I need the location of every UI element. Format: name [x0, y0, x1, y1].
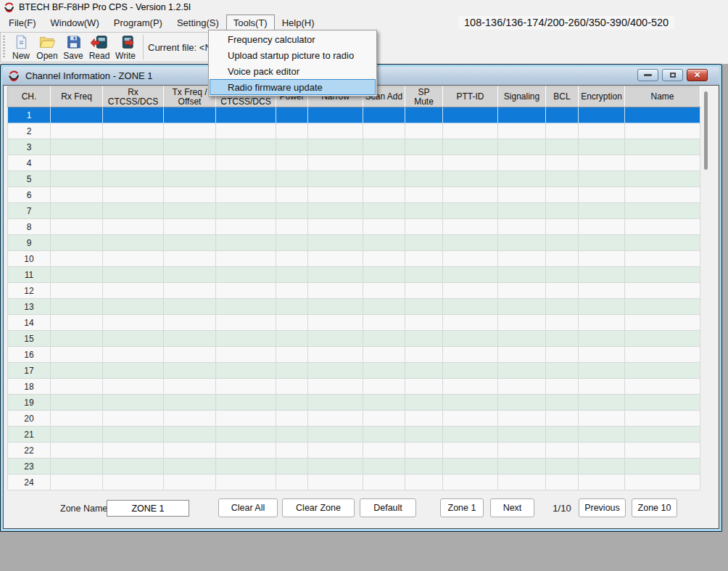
- channel-cell[interactable]: [308, 171, 363, 187]
- channel-cell[interactable]: [164, 315, 216, 331]
- channel-number-cell[interactable]: 20: [8, 411, 51, 427]
- channel-cell[interactable]: [103, 267, 164, 283]
- channel-cell[interactable]: [579, 107, 625, 123]
- channel-cell[interactable]: [51, 427, 103, 443]
- channel-cell[interactable]: [216, 395, 276, 411]
- channel-cell[interactable]: [363, 219, 405, 235]
- channel-cell[interactable]: [405, 299, 443, 315]
- channel-cell[interactable]: [498, 283, 546, 299]
- channel-cell[interactable]: [579, 443, 625, 459]
- channel-cell[interactable]: [276, 459, 308, 475]
- channel-cell[interactable]: [363, 187, 405, 203]
- channel-cell[interactable]: [363, 235, 405, 251]
- next-zone-button[interactable]: Next: [490, 498, 534, 517]
- channel-cell[interactable]: [276, 267, 308, 283]
- channel-cell[interactable]: [308, 283, 363, 299]
- channel-cell[interactable]: [625, 187, 700, 203]
- channel-cell[interactable]: [579, 283, 625, 299]
- channel-cell[interactable]: [51, 123, 103, 139]
- channel-cell[interactable]: [498, 155, 546, 171]
- channel-cell[interactable]: [51, 219, 103, 235]
- channel-cell[interactable]: [579, 235, 625, 251]
- channel-cell[interactable]: [579, 219, 625, 235]
- channel-cell[interactable]: [308, 267, 363, 283]
- channel-cell[interactable]: [443, 379, 498, 395]
- channel-cell[interactable]: [546, 267, 579, 283]
- channel-cell[interactable]: [363, 139, 405, 155]
- channel-cell[interactable]: [308, 475, 363, 490]
- channel-cell[interactable]: [363, 363, 405, 379]
- new-button[interactable]: New: [8, 33, 34, 61]
- channel-cell[interactable]: [625, 251, 700, 267]
- channel-cell[interactable]: [308, 235, 363, 251]
- save-button[interactable]: Save: [60, 33, 86, 61]
- channel-cell[interactable]: [164, 443, 216, 459]
- channel-cell[interactable]: [308, 203, 363, 219]
- channel-cell[interactable]: [103, 475, 164, 490]
- channel-cell[interactable]: [579, 187, 625, 203]
- channel-cell[interactable]: [216, 139, 276, 155]
- channel-cell[interactable]: [363, 283, 405, 299]
- channel-cell[interactable]: [443, 123, 498, 139]
- channel-cell[interactable]: [579, 267, 625, 283]
- channel-cell[interactable]: [546, 411, 579, 427]
- channel-number-cell[interactable]: 10: [8, 251, 51, 267]
- menu-tools[interactable]: Tools(T): [226, 15, 275, 31]
- channel-cell[interactable]: [276, 411, 308, 427]
- channel-cell[interactable]: [164, 395, 216, 411]
- channel-cell[interactable]: [308, 123, 363, 139]
- channel-number-cell[interactable]: 17: [8, 363, 51, 379]
- channel-cell[interactable]: [363, 251, 405, 267]
- channel-cell[interactable]: [308, 427, 363, 443]
- channel-cell[interactable]: [546, 235, 579, 251]
- channel-cell[interactable]: [498, 411, 546, 427]
- channel-number-cell[interactable]: 22: [8, 443, 51, 459]
- write-button[interactable]: Write: [112, 33, 138, 61]
- channel-cell[interactable]: [276, 363, 308, 379]
- channel-cell[interactable]: [498, 443, 546, 459]
- channel-cell[interactable]: [443, 299, 498, 315]
- channel-cell[interactable]: [308, 443, 363, 459]
- channel-cell[interactable]: [498, 251, 546, 267]
- channel-cell[interactable]: [443, 315, 498, 331]
- channel-cell[interactable]: [103, 107, 164, 123]
- channel-cell[interactable]: [276, 107, 308, 123]
- channel-cell[interactable]: [625, 331, 700, 347]
- channel-cell[interactable]: [51, 203, 103, 219]
- channel-cell[interactable]: [51, 475, 103, 490]
- minimize-button[interactable]: [637, 69, 658, 81]
- channel-cell[interactable]: [164, 107, 216, 123]
- channel-cell[interactable]: [546, 315, 579, 331]
- channel-cell[interactable]: [276, 235, 308, 251]
- channel-cell[interactable]: [308, 363, 363, 379]
- channel-cell[interactable]: [276, 203, 308, 219]
- channel-cell[interactable]: [216, 363, 276, 379]
- channel-cell[interactable]: [276, 379, 308, 395]
- channel-cell[interactable]: [363, 315, 405, 331]
- channel-cell[interactable]: [579, 395, 625, 411]
- channel-cell[interactable]: [276, 299, 308, 315]
- channel-cell[interactable]: [363, 411, 405, 427]
- channel-cell[interactable]: [546, 251, 579, 267]
- channel-cell[interactable]: [216, 235, 276, 251]
- channel-cell[interactable]: [625, 139, 700, 155]
- channel-cell[interactable]: [103, 427, 164, 443]
- channel-cell[interactable]: [443, 363, 498, 379]
- channel-cell[interactable]: [51, 235, 103, 251]
- zone-1-button[interactable]: Zone 1: [440, 498, 484, 517]
- channel-cell[interactable]: [164, 283, 216, 299]
- channel-number-cell[interactable]: 11: [8, 267, 51, 283]
- channel-number-cell[interactable]: 21: [8, 427, 51, 443]
- channel-cell[interactable]: [625, 395, 700, 411]
- channel-cell[interactable]: [443, 203, 498, 219]
- channel-cell[interactable]: [308, 395, 363, 411]
- channel-cell[interactable]: [103, 379, 164, 395]
- channel-cell[interactable]: [308, 347, 363, 363]
- channel-cell[interactable]: [405, 203, 443, 219]
- channel-cell[interactable]: [498, 379, 546, 395]
- channel-cell[interactable]: [546, 475, 579, 490]
- channel-cell[interactable]: [51, 107, 103, 123]
- channel-cell[interactable]: [308, 219, 363, 235]
- channel-cell[interactable]: [103, 123, 164, 139]
- channel-cell[interactable]: [216, 283, 276, 299]
